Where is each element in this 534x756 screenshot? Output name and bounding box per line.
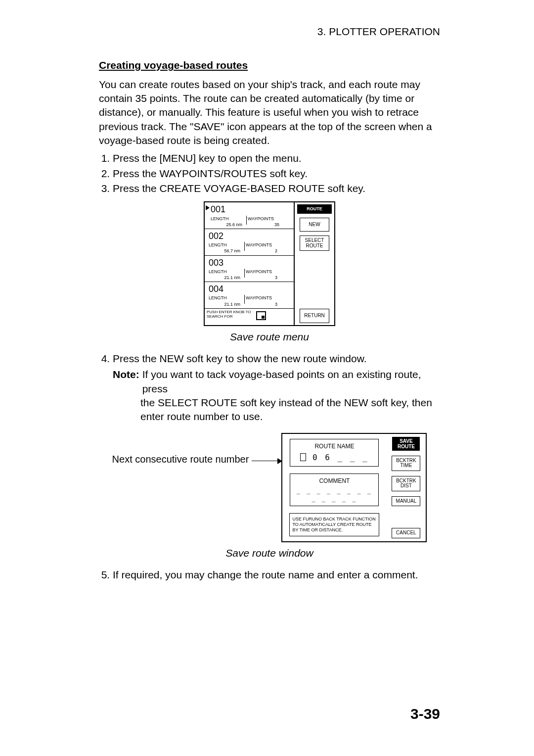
length-value: 21.1 nm (209, 275, 243, 281)
softkey-title-line1: SAVE (400, 438, 413, 444)
step-3: Press the CREATE VOYAGE-BASED ROUTE soft… (113, 182, 440, 195)
backtrack-info-box: USE FURUNO BACK TRACK FUNCTION TO AUTOMA… (289, 513, 379, 536)
waypoints-label: WAYPOINTS (246, 242, 280, 248)
length-label: LENGTH (209, 295, 243, 301)
save-route-window-wrap: Next consecutive route number ROUTE NAME… (99, 433, 440, 542)
softkey-line: SELECT (305, 237, 324, 243)
softkey-line: DIST (400, 483, 412, 488)
waypoints-value: 35 (248, 222, 282, 228)
comment-panel: COMMENT _ _ _ _ _ _ _ _ _ _ _ _ _ (290, 473, 379, 507)
note-body-line1: If you want to tack voyage-based points … (142, 368, 440, 396)
comment-title: COMMENT (292, 477, 376, 485)
divider (244, 269, 245, 278)
softkey-new[interactable]: NEW (300, 218, 329, 232)
note-body-line2: the SELECT ROUTE soft key instead of the… (140, 396, 440, 424)
search-prompt: PUSH ENTER KNOB TO SEARCH FOR (205, 308, 294, 325)
route-id: 002 (209, 230, 292, 242)
divider (244, 295, 245, 304)
softkey-line: TIME (400, 463, 412, 468)
length-label: LENGTH (211, 216, 245, 222)
steps-list-a: Press the [MENU] key to open the menu. P… (99, 151, 440, 195)
route-id: 003 (209, 257, 292, 269)
route-name-title: ROUTE NAME (292, 442, 376, 450)
softkey-manual[interactable]: MANUAL (392, 496, 420, 507)
info-line3: BY TIME OR DISTANCE. (292, 527, 343, 532)
selection-arrow-icon (206, 205, 210, 210)
waypoints-label: WAYPOINTS (248, 216, 282, 222)
route-name-input[interactable]: 0 6 _ _ _ (292, 452, 376, 463)
page-number: 3-39 (410, 704, 440, 724)
waypoints-label: WAYPOINTS (246, 295, 280, 301)
manual-page: 3. PLOTTER OPERATION Creating voyage-bas… (0, 0, 534, 756)
route-item-003[interactable]: 003 LENGTH 21.1 nm WAYPOINTS 3 (205, 255, 294, 282)
intro-paragraph: You can create routes based on your ship… (99, 78, 440, 148)
waypoints-label: WAYPOINTS (246, 269, 280, 275)
route-item-002[interactable]: 002 LENGTH 56.7 nm WAYPOINTS 2 (205, 229, 294, 255)
step-1: Press the [MENU] key to open the menu. (113, 151, 440, 165)
route-softkey-panel: ROUTE NEW SELECT ROUTE RETURN (295, 202, 334, 325)
length-label: LENGTH (209, 242, 243, 248)
route-id: 004 (209, 283, 292, 295)
figure-caption-1: Save route menu (99, 330, 440, 344)
steps-list-c: If required, you may change the route na… (99, 568, 440, 582)
cursor-icon (300, 453, 306, 461)
section-subheading: Creating voyage-based routes (99, 58, 440, 72)
softkey-cancel[interactable]: CANCEL (392, 528, 420, 538)
softkey-select-route[interactable]: SELECT ROUTE (300, 236, 329, 251)
waypoints-value: 3 (246, 275, 280, 281)
route-id: 001 (211, 203, 292, 215)
step-4: Press the NEW soft key to show the new r… (113, 352, 440, 424)
step-5: If required, you may change the route na… (113, 568, 440, 582)
softkey-title: ROUTE (297, 204, 332, 213)
next-route-number-label: Next consecutive route number (112, 453, 249, 466)
route-item-004[interactable]: 004 LENGTH 21.1 nm WAYPOINTS 3 (205, 282, 294, 308)
search-line2: SEARCH FOR (207, 314, 232, 319)
softkey-line: BCKTRK (396, 458, 416, 463)
waypoints-value: 3 (246, 301, 280, 307)
step-4-text: Press the NEW soft key to show the new r… (113, 353, 367, 364)
figure-caption-2: Save route window (99, 546, 440, 560)
info-line1: USE FURUNO BACK TRACK FUNCTION (292, 517, 375, 521)
divider (244, 242, 245, 251)
softkey-title-save-route: SAVE ROUTE (392, 437, 420, 451)
softkey-line: ROUTE (306, 243, 323, 248)
search-line1: PUSH ENTER KNOB TO (207, 310, 251, 314)
route-list-panel: 001 LENGTH 25.6 nm WAYPOINTS 35 002 (205, 202, 295, 325)
length-value: 21.1 nm (209, 301, 243, 307)
chapter-header: 3. PLOTTER OPERATION (99, 25, 440, 39)
info-line2: TO AUTOMATICALLY CREATE ROUTE (292, 522, 371, 527)
comment-input[interactable]: _ _ _ _ _ _ _ _ _ _ _ _ _ (292, 487, 376, 503)
arrow-icon (252, 461, 281, 462)
save-route-window-diagram: ROUTE NAME 0 6 _ _ _ COMMENT _ _ _ _ _ _… (281, 433, 427, 542)
softkey-title-line2: ROUTE (398, 444, 415, 449)
softkey-bcktrk-dist[interactable]: BCKTRK DIST (392, 476, 420, 491)
route-name-panel: ROUTE NAME 0 6 _ _ _ (290, 439, 379, 467)
divider (246, 216, 247, 225)
softkey-line: BCKTRK (396, 478, 416, 483)
steps-list-b: Press the NEW soft key to show the new r… (99, 352, 440, 424)
search-box-icon[interactable] (256, 311, 266, 320)
waypoints-value: 2 (246, 248, 280, 254)
note-label: Note: (113, 368, 139, 396)
softkey-return[interactable]: RETURN (300, 309, 329, 323)
length-label: LENGTH (209, 269, 243, 275)
length-value: 56.7 nm (209, 248, 243, 254)
step-2: Press the WAYPOINTS/ROUTES soft key. (113, 167, 440, 181)
softkey-bcktrk-time[interactable]: BCKTRK TIME (392, 456, 420, 471)
length-value: 25.6 nm (211, 222, 245, 228)
route-item-001[interactable]: 001 LENGTH 25.6 nm WAYPOINTS 35 (205, 202, 294, 229)
save-route-left-panel: ROUTE NAME 0 6 _ _ _ COMMENT _ _ _ _ _ _… (282, 434, 386, 541)
save-route-softkey-panel: SAVE ROUTE BCKTRK TIME BCKTRK DIST MANUA… (386, 434, 426, 541)
route-name-value: 0 6 _ _ _ (312, 453, 369, 462)
save-route-menu-diagram: 001 LENGTH 25.6 nm WAYPOINTS 35 002 (204, 201, 335, 326)
